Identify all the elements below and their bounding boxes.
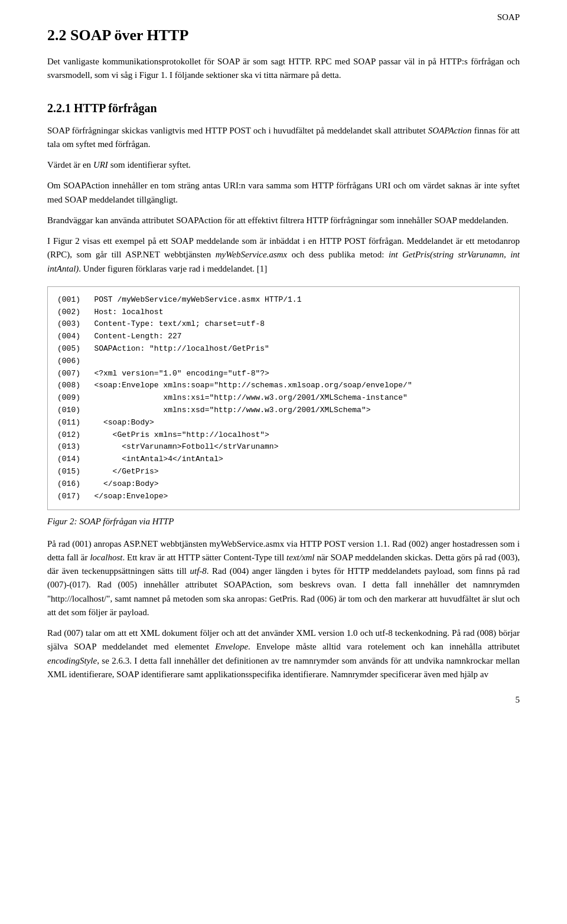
page-number: 5 (516, 693, 520, 707)
body-paragraph-2: Värdet är en URI som identifierar syftet… (47, 158, 520, 172)
body-paragraph-1: SOAP förfrågningar skickas vanligtvis me… (47, 124, 520, 152)
after-figure-p1: På rad (001) anropas ASP.NET webbtjänste… (47, 537, 520, 620)
code-block: (001) POST /myWebService/myWebService.as… (47, 286, 520, 511)
body-paragraph-3: Om SOAPAction innehåller en tom sträng a… (47, 179, 520, 207)
section-heading: 2.2 SOAP över HTTP (47, 24, 520, 47)
soap-action-italic: SOAPAction (428, 126, 472, 135)
header-title: SOAP (497, 12, 520, 22)
figure-caption: Figur 2: SOAP förfrågan via HTTP (47, 515, 520, 528)
uri-italic: URI (93, 160, 108, 169)
after-figure-p2: Rad (007) talar om att ett XML dokument … (47, 626, 520, 681)
subsection-heading: 2.2.1 HTTP förfrågan (47, 99, 520, 117)
header-soap: SOAP (497, 11, 520, 24)
body-paragraph-4: Brandväggar kan använda attributet SOAPA… (47, 214, 520, 227)
body-paragraph-5: I Figur 2 visas ett exempel på ett SOAP … (47, 234, 520, 276)
intro-paragraph-1: Det vanligaste kommunikationsprotokollet… (47, 55, 520, 83)
